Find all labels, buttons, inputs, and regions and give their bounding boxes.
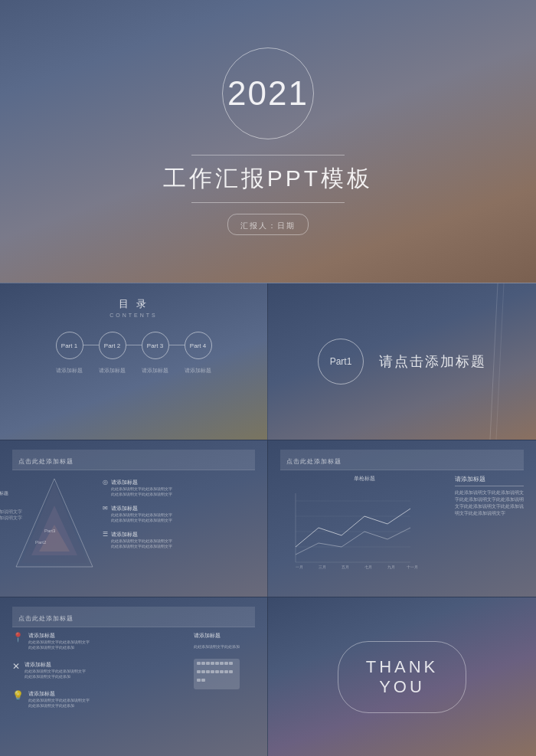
slide5-title: 点击此处添加标题: [286, 458, 342, 465]
row4: 点击此处添加标题 📍 请添加标题 此处添加说明文字此处添加说明文字此处添加说明文…: [0, 597, 536, 756]
toc-part2-label: 请添加标题: [99, 367, 126, 375]
slide5-title-bar: 点击此处添加标题: [280, 450, 524, 470]
toc-circle-2: Part 2: [99, 332, 126, 359]
toc-circle-3: Part 3: [142, 332, 169, 359]
toc-part-3: Part 3 请添加标题: [142, 332, 169, 375]
year-circle: 2021: [222, 47, 314, 139]
right-add-title: 请添加标题: [455, 475, 524, 486]
triangle-chart: Part3 Part2: [12, 475, 96, 574]
toc-part4-label: 请添加标题: [185, 367, 211, 375]
part1-content: Part1 请点击添加标题: [318, 339, 486, 385]
cover-subtitle: 汇报人：日期: [240, 221, 296, 230]
diagonal-lines-decoration: [482, 283, 513, 440]
part1-title: 请点击添加标题: [379, 352, 486, 371]
toc-connector-2: [126, 345, 142, 345]
slide-toc: 目 录 CONTENTS Part 1 请添加标题 Part 2 请添加标题 P…: [0, 283, 268, 440]
toc-connector-3: [169, 345, 185, 345]
row2: 目 录 CONTENTS Part 1 请添加标题 Part 2 请添加标题 P…: [0, 283, 536, 440]
slide6-title: 点击此处添加标题: [18, 615, 74, 622]
svg-text:一月: 一月: [296, 565, 303, 569]
svg-text:三月: 三月: [319, 565, 326, 569]
toc-circle-1: Part 1: [56, 332, 83, 359]
svg-text:十一月: 十一月: [407, 565, 418, 569]
line-chart-svg: 一月 三月 五月 七月 九月 十一月: [280, 486, 418, 570]
svg-text:七月: 七月: [364, 565, 372, 569]
toc-title: 目 录: [15, 297, 252, 311]
slide6-title-bar: 点击此处添加标题: [12, 607, 255, 627]
slide-cover: 2021 工作汇报PPT模板 汇报人：日期: [0, 0, 536, 283]
svg-text:Part2: Part2: [35, 540, 47, 545]
slide4-title: 点击此处添加标题: [18, 458, 74, 465]
slide-part1: Part1 请点击添加标题: [268, 283, 536, 440]
toc-part1-label: 请添加标题: [56, 367, 83, 375]
part1-badge: Part1: [318, 339, 364, 385]
svg-text:九月: 九月: [387, 565, 395, 569]
chart-title: 单枪标题: [280, 475, 449, 483]
svg-text:Part3: Part3: [44, 529, 56, 533]
toc-circle-4: Part 4: [185, 332, 212, 359]
toc-part3-label: 请添加标题: [142, 367, 168, 375]
slide4-title-bar: 点击此处添加标题: [12, 450, 255, 470]
thankyou-box: THANK YOU: [338, 641, 467, 713]
cover-divider-top: [191, 155, 345, 155]
svg-line-0: [490, 283, 498, 440]
cover-divider-bottom: [191, 202, 345, 203]
toc-part-4: Part 4 请添加标题: [185, 332, 212, 375]
toc-connector-1: [83, 345, 99, 345]
thankyou-line2: YOU: [366, 677, 439, 697]
year-text: 2021: [227, 74, 309, 113]
cover-title: 工作汇报PPT模板: [163, 163, 373, 195]
thankyou-line1: THANK: [366, 657, 439, 677]
slide-linechart: 点击此处添加标题 单枪标题: [268, 440, 536, 597]
presentation-grid: 2021 工作汇报PPT模板 汇报人：日期 目 录 CONTENTS Part …: [0, 0, 536, 756]
toc-parts: Part 1 请添加标题 Part 2 请添加标题 Part 3 请添加标题 P…: [15, 332, 252, 375]
slide-triangle: 点击此处添加标题 Part3 Part2: [0, 440, 268, 597]
right-add-content: 此处添加说明文字此处添加说明文字此处添加说明文字此处添加说明文字此处添加说明文字…: [455, 489, 524, 517]
slide-thankyou: THANK YOU: [268, 597, 536, 756]
toc-subtitle: CONTENTS: [15, 313, 252, 318]
row3: 点击此处添加标题 Part3 Part2: [0, 440, 536, 597]
toc-part-1: Part 1 请添加标题: [56, 332, 83, 375]
svg-line-1: [496, 283, 504, 440]
cover-subtitle-box: 汇报人：日期: [227, 214, 309, 235]
svg-text:五月: 五月: [342, 565, 349, 569]
slide-timeline: 点击此处添加标题 📍 请添加标题 此处添加说明文字此处添加说明文字此处添加说明文…: [0, 597, 268, 756]
toc-part-2: Part 2 请添加标题: [99, 332, 126, 375]
